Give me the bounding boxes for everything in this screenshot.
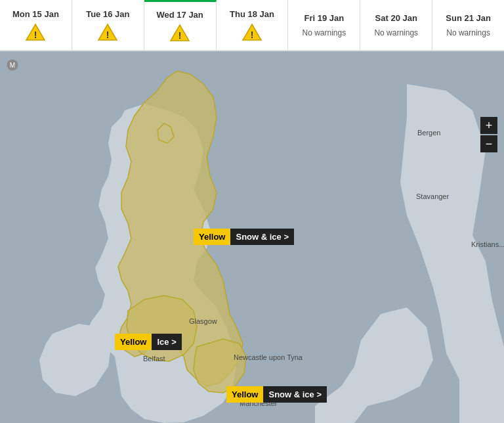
zoom-out-button[interactable]: −: [480, 135, 497, 152]
warning-desc-1: Snow & ice: [230, 229, 294, 245]
tab-label-mon15: Mon 15 Jan: [12, 9, 59, 19]
tab-label-sun21: Sun 21 Jan: [446, 13, 491, 23]
tab-fri19[interactable]: Fri 19 JanNo warnings: [288, 0, 360, 50]
tab-mon15[interactable]: Mon 15 Jan !: [0, 0, 72, 50]
warning-desc-3: Snow & ice: [263, 386, 327, 403]
svg-text:M: M: [10, 62, 15, 69]
tab-tue16[interactable]: Tue 16 Jan !: [72, 0, 144, 50]
zoom-controls: + −: [480, 117, 497, 152]
tab-wed17[interactable]: Wed 17 Jan !: [144, 0, 217, 50]
city-label-newcastle-upon-tyna: Newcastle upon Tyna: [234, 353, 303, 361]
warning-color-1: Yellow: [194, 229, 230, 245]
warning-icon-thu18: !: [242, 23, 262, 41]
warning-icon-tue16: !: [97, 23, 118, 41]
warning-color-3: Yellow: [226, 386, 263, 403]
city-label-glasgow: Glasgow: [189, 317, 217, 325]
city-label-stavanger: Stavanger: [416, 192, 449, 200]
no-warning-fri19: No warnings: [303, 28, 346, 37]
city-label-kristians...: Kristians...: [471, 240, 504, 248]
warning-snow-ice-2[interactable]: Yellow Snow & ice: [226, 386, 327, 403]
no-warning-sat20: No warnings: [374, 28, 418, 37]
tab-sun21[interactable]: Sun 21 JanNo warnings: [432, 0, 504, 50]
map-area: M + − Yellow Snow & ice Yellow Ice: [0, 51, 504, 423]
tab-label-wed17: Wed 17 Jan: [157, 10, 203, 20]
zoom-in-button[interactable]: +: [480, 117, 497, 134]
tab-thu18[interactable]: Thu 18 Jan !: [217, 0, 289, 50]
warning-snow-ice-1[interactable]: Yellow Snow & ice: [194, 229, 294, 245]
svg-text:!: !: [251, 30, 254, 40]
tab-label-fri19: Fri 19 Jan: [304, 13, 345, 23]
warning-color-2: Yellow: [115, 334, 152, 350]
met-office-icon: M: [7, 59, 18, 71]
svg-text:!: !: [34, 30, 37, 40]
tab-label-sat20: Sat 20 Jan: [375, 13, 417, 23]
city-label-bergen: Bergen: [417, 129, 440, 137]
warning-icon-mon15: !: [25, 23, 46, 41]
warning-desc-2: Ice: [152, 334, 181, 350]
warning-ice[interactable]: Yellow Ice: [115, 334, 182, 350]
city-label-belfast: Belfast: [143, 355, 165, 363]
tab-sat20[interactable]: Sat 20 JanNo warnings: [360, 0, 432, 50]
warning-icon-wed17: !: [169, 24, 190, 42]
date-tabs: Mon 15 Jan ! Tue 16 Jan ! Wed 17 Jan ! T…: [0, 0, 504, 51]
tab-label-thu18: Thu 18 Jan: [230, 9, 274, 19]
tab-label-tue16: Tue 16 Jan: [86, 9, 129, 19]
svg-text:!: !: [178, 30, 182, 41]
svg-text:!: !: [106, 30, 110, 40]
met-office-logo: M: [7, 59, 22, 71]
no-warning-sun21: No warnings: [446, 28, 490, 37]
